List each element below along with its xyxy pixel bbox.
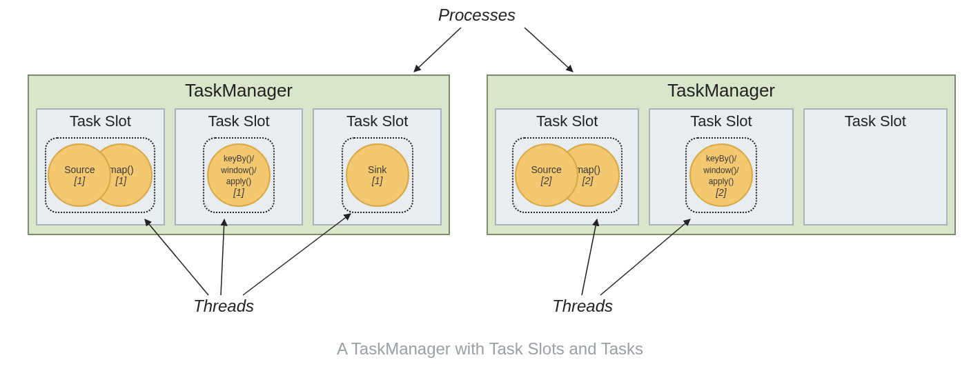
task-slot-title: Task Slot bbox=[70, 110, 131, 133]
task-slots-row: Task Slot Source [2] map() [2] Task Slot… bbox=[488, 108, 954, 234]
task-index: [2] bbox=[716, 187, 727, 198]
task-slots-row: Task Slot Source [1] map() [1] Task Slot… bbox=[29, 108, 449, 234]
arrow-processes-right bbox=[525, 28, 573, 72]
task-index: [1] bbox=[233, 187, 244, 198]
task-bubble-keyby: keyBy()/ window()/ apply() [1] bbox=[207, 143, 271, 207]
task-name: Sink bbox=[368, 164, 386, 175]
task-manager-right: TaskManager Task Slot Source [2] map() [… bbox=[487, 74, 956, 235]
task-slot-title: Task Slot bbox=[346, 110, 408, 133]
threads-label-left: Threads bbox=[193, 297, 254, 316]
task-name: keyBy()/ window()/ apply() bbox=[703, 154, 738, 187]
task-name: Source bbox=[531, 164, 561, 175]
operator-chain: Source [2] map() [2] bbox=[512, 137, 623, 213]
task-manager-title: TaskManager bbox=[488, 76, 954, 108]
processes-label: Processes bbox=[438, 6, 516, 25]
task-slot-title: Task Slot bbox=[845, 110, 906, 133]
task-slot: Task Slot Source [1] map() [1] bbox=[36, 108, 165, 225]
task-slot-empty: Task Slot bbox=[803, 108, 948, 225]
operator-chain: Sink [1] bbox=[342, 137, 413, 213]
task-slot: Task Slot keyBy()/ window()/ apply() [1] bbox=[175, 108, 304, 225]
operator-chain: Source [1] map() [1] bbox=[45, 137, 155, 213]
task-index: [2] bbox=[541, 175, 552, 186]
task-bubble-source: Source [2] bbox=[515, 143, 578, 207]
task-bubble-source: Source [1] bbox=[48, 143, 111, 207]
task-bubble-sink: Sink [1] bbox=[346, 143, 409, 207]
task-name: Source bbox=[64, 164, 95, 175]
task-slot-title: Task Slot bbox=[208, 110, 269, 133]
task-name: map() bbox=[575, 164, 600, 175]
threads-label-right: Threads bbox=[552, 297, 613, 316]
operator-chain: keyBy()/ window()/ apply() [2] bbox=[685, 137, 757, 213]
arrow-processes-left bbox=[414, 28, 461, 72]
task-bubble-keyby: keyBy()/ window()/ apply() [2] bbox=[689, 143, 753, 207]
task-slot: Task Slot keyBy()/ window()/ apply() [2] bbox=[649, 108, 793, 225]
task-name: keyBy()/ window()/ apply() bbox=[221, 154, 256, 187]
task-slot: Task Slot Sink [1] bbox=[313, 108, 442, 225]
task-name: map() bbox=[108, 164, 134, 175]
task-slot: Task Slot Source [2] map() [2] bbox=[495, 108, 639, 225]
task-index: [1] bbox=[372, 175, 383, 186]
task-index: [1] bbox=[116, 175, 127, 186]
task-index: [1] bbox=[75, 175, 86, 186]
task-index: [2] bbox=[582, 175, 594, 186]
task-manager-title: TaskManager bbox=[29, 76, 449, 108]
operator-chain: keyBy()/ window()/ apply() [1] bbox=[203, 137, 275, 213]
task-slot-title: Task Slot bbox=[536, 110, 598, 133]
task-slot-title: Task Slot bbox=[690, 110, 752, 133]
task-manager-left: TaskManager Task Slot Source [1] map() [… bbox=[28, 74, 450, 235]
figure-caption: A TaskManager with Task Slots and Tasks bbox=[0, 339, 980, 359]
